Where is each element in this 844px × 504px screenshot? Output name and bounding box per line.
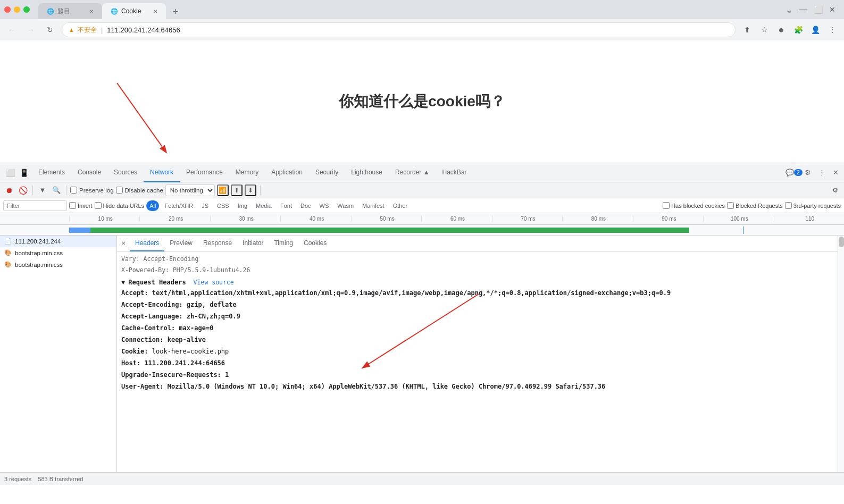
file-item-bootstrap2[interactable]: 🎨 bootstrap.min.css [0, 259, 116, 271]
menu-button[interactable]: ⋮ [825, 22, 840, 37]
throttle-select[interactable]: No throttling Fast 3G Slow 3G Offline [165, 184, 215, 196]
tab-security[interactable]: Security [309, 163, 345, 182]
filter-all-btn[interactable]: All [146, 200, 159, 211]
maximize-button[interactable] [23, 6, 30, 13]
tab-lighthouse[interactable]: Lighthouse [345, 163, 389, 182]
invert-checkbox-label[interactable]: Invert [69, 202, 93, 209]
back-button[interactable]: ← [4, 22, 19, 37]
third-party-label[interactable]: 3rd-party requests [785, 202, 841, 209]
disable-cache-checkbox[interactable] [116, 187, 123, 194]
cookie-value: look-here=cookie.php [152, 348, 229, 355]
blocked-requests-cb[interactable] [727, 202, 734, 209]
filter-ws-btn[interactable]: WS [316, 200, 332, 211]
hide-data-urls-label[interactable]: Hide data URLs [95, 202, 145, 209]
file-list: 📄 111.200.241.244 🎨 bootstrap.min.css 🎨 … [0, 236, 117, 472]
tab-2[interactable]: 🌐 Cookie ✕ [102, 3, 166, 19]
filter-xhr-btn[interactable]: Fetch/XHR [161, 200, 196, 211]
devtools-inspect-icon[interactable]: ⬜ [4, 167, 16, 179]
tl-30ms: 30 ms [210, 216, 280, 222]
clear-button[interactable]: 🚫 [17, 184, 29, 196]
disable-cache-label[interactable]: Disable cache [116, 187, 163, 194]
request-headers-title[interactable]: ▼ Request Headers View source [121, 276, 833, 287]
devtools-device-icon[interactable]: 📱 [18, 167, 30, 179]
tab-console[interactable]: Console [71, 163, 107, 182]
window-close[interactable]: ✕ [829, 5, 835, 14]
extension-button[interactable]: 🧩 [791, 22, 806, 37]
toolbar-sep-1 [32, 186, 33, 195]
new-tab-button[interactable]: + [168, 4, 183, 19]
tab-1-favicon: 🌐 [47, 7, 54, 15]
tab-1-close[interactable]: ✕ [87, 7, 96, 15]
forward-button[interactable]: → [23, 22, 38, 37]
filter-input[interactable] [3, 200, 67, 211]
address-bar[interactable]: ▲ 不安全 | 111.200.241.244:64656 [62, 22, 736, 37]
file-item-bootstrap1[interactable]: 🎨 bootstrap.min.css [0, 247, 116, 259]
file-item-main[interactable]: 📄 111.200.241.244 [0, 236, 116, 247]
req-tab-headers[interactable]: Headers [130, 236, 164, 251]
has-blocked-cookies-cb[interactable] [663, 202, 670, 209]
blocked-requests-label[interactable]: Blocked Requests [727, 202, 783, 209]
req-tab-preview[interactable]: Preview [164, 236, 198, 251]
filter-css-btn[interactable]: CSS [214, 200, 232, 211]
upload-icon-btn[interactable]: ⬆ [231, 184, 243, 196]
filter-font-btn[interactable]: Font [277, 200, 295, 211]
tab-elements[interactable]: Elements [32, 163, 71, 182]
badge-icon[interactable]: 💬 2 [788, 166, 800, 179]
tab-recorder[interactable]: Recorder ▲ [389, 163, 436, 182]
filter-js-btn[interactable]: JS [198, 200, 212, 211]
tab-application[interactable]: Application [265, 163, 309, 182]
user-button[interactable]: 👤 [808, 22, 823, 37]
invert-checkbox[interactable] [69, 202, 76, 209]
close-devtools-icon[interactable]: ✕ [829, 166, 842, 179]
request-panel-close[interactable]: ✕ [119, 239, 128, 248]
tl-60ms: 60 ms [421, 216, 491, 222]
preserve-log-checkbox[interactable] [70, 187, 77, 194]
req-tab-response[interactable]: Response [198, 236, 237, 251]
window-minimize[interactable]: — [799, 5, 807, 14]
right-scrollbar[interactable] [838, 236, 844, 472]
wifi-icon-btn[interactable]: 📶 [217, 184, 229, 196]
filter-other-btn[interactable]: Other [390, 200, 411, 211]
third-party-cb[interactable] [785, 202, 792, 209]
tab-memory[interactable]: Memory [229, 163, 265, 182]
view-source-link[interactable]: View source [194, 279, 234, 286]
tab-hackbar[interactable]: HackBar [436, 163, 473, 182]
filter-img-btn[interactable]: Img [235, 200, 250, 211]
tab-2-close[interactable]: ✕ [151, 7, 160, 15]
tab-list-button[interactable]: ⌄ [785, 5, 792, 15]
network-settings-icon[interactable]: ⚙ [829, 184, 841, 196]
req-tab-initiator[interactable]: Initiator [237, 236, 269, 251]
close-button[interactable] [4, 6, 11, 13]
tab-network[interactable]: Network [144, 163, 180, 182]
share-button[interactable]: ⬆ [740, 22, 755, 37]
devtools-tabs: ⬜ 📱 Elements Console Sources Network Per… [0, 163, 844, 182]
file-name-main: 111.200.241.244 [15, 238, 61, 245]
more-options-icon[interactable]: ⋮ [815, 166, 828, 179]
tab-sources[interactable]: Sources [107, 163, 144, 182]
search-button[interactable]: 🔍 [51, 184, 62, 196]
profile-avatar[interactable]: ● [774, 22, 789, 37]
preserve-log-label[interactable]: Preserve log [70, 187, 114, 194]
tab-1[interactable]: 🌐 题目 ✕ [38, 3, 102, 19]
filter-wasm-btn[interactable]: Wasm [334, 200, 357, 211]
reload-button[interactable]: ↻ [43, 22, 57, 37]
tab-performance[interactable]: Performance [180, 163, 229, 182]
tl-90ms: 90 ms [633, 216, 703, 222]
download-icon-btn[interactable]: ⬇ [245, 184, 256, 196]
req-tab-timing[interactable]: Timing [269, 236, 298, 251]
filter-icon-btn[interactable]: ▼ [37, 184, 48, 196]
bookmark-button[interactable]: ☆ [757, 22, 772, 37]
minimize-button[interactable] [14, 6, 20, 13]
req-tab-cookies[interactable]: Cookies [298, 236, 332, 251]
filter-manifest-btn[interactable]: Manifest [359, 200, 388, 211]
has-blocked-cookies-label[interactable]: Has blocked cookies [663, 202, 725, 209]
scrollbar-thumb[interactable] [839, 237, 844, 247]
toolbar-sep-3 [260, 186, 261, 195]
record-button[interactable]: ⏺ [3, 184, 15, 196]
settings-icon[interactable]: ⚙ [801, 166, 814, 179]
filter-doc-btn[interactable]: Doc [297, 200, 314, 211]
hide-data-urls-checkbox[interactable] [95, 202, 102, 209]
window-restore[interactable]: ⬜ [814, 5, 823, 14]
filter-media-btn[interactable]: Media [253, 200, 275, 211]
tl-70ms: 70 ms [492, 216, 562, 222]
